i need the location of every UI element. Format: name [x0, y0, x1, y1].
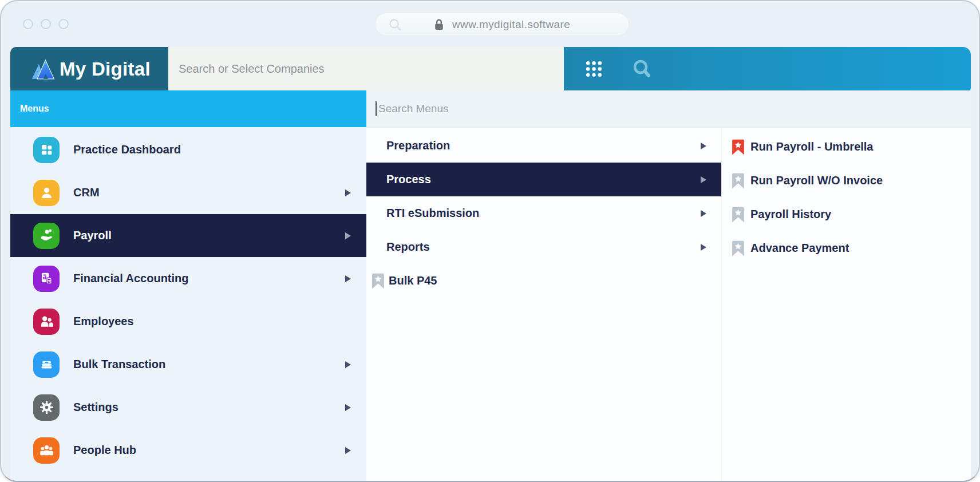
sidebar-item-label: Payroll [73, 229, 112, 242]
url-text: www.mydigital.software [452, 18, 570, 31]
dashboard-icon [33, 137, 60, 163]
chevron-right-icon [701, 176, 706, 183]
banknotes-stack-icon [33, 351, 60, 378]
submenu-item-label: Run Payroll - Umbrella [750, 140, 874, 153]
chevron-right-icon [345, 361, 351, 368]
menu-item-label: RTI eSubmission [386, 207, 479, 220]
menus-title: Menus [20, 104, 49, 114]
window-close-button[interactable] [23, 19, 33, 29]
sidebar-item-label: Employees [73, 315, 134, 328]
app-logo[interactable]: My Digital [10, 47, 168, 91]
gear-icon [33, 394, 60, 421]
search-icon [388, 18, 402, 31]
menu-item-preparation[interactable]: Preparation [366, 129, 721, 163]
menu-item-process[interactable]: Process [366, 163, 721, 196]
lock-icon [434, 18, 444, 31]
sidebar-item-crm[interactable]: CRM [10, 171, 366, 214]
submenu-item-payroll-history[interactable]: Payroll History [722, 197, 971, 231]
search-menus-placeholder: Search Menus [378, 102, 449, 115]
chevron-right-icon [345, 189, 351, 196]
bookmark-icon [732, 139, 744, 155]
menu-item-label: Process [386, 173, 431, 186]
submenu-item-run-payroll-umbrella[interactable]: Run Payroll - Umbrella [722, 130, 971, 164]
menu-item-bulk-p45[interactable]: Bulk P45 [366, 264, 721, 298]
submenu-item-label: Run Payroll W/O Invoice [750, 174, 883, 187]
chevron-right-icon [701, 244, 706, 251]
menu-item-label: Preparation [386, 139, 450, 152]
chevron-right-icon [345, 275, 351, 282]
chevron-right-icon [701, 143, 706, 149]
sidebar-item-settings[interactable]: Settings [10, 386, 366, 429]
submenu-item-advance-payment[interactable]: Advance Payment [722, 231, 971, 265]
sidebar-item-label: CRM [73, 186, 100, 199]
company-search-input[interactable]: Search or Select Companies [168, 47, 564, 91]
company-search-placeholder: Search or Select Companies [179, 62, 325, 76]
person-icon [33, 180, 60, 206]
sidebar-item-label: Settings [73, 401, 118, 414]
apps-grid-icon[interactable] [585, 60, 603, 78]
sidebar-item-people-hub[interactable]: People Hub [10, 429, 366, 472]
sidebar-item-label: People Hub [73, 444, 136, 457]
bookmark-icon [732, 207, 744, 222]
chevron-right-icon [345, 404, 351, 411]
header-actions-bar [564, 47, 971, 91]
search-menus-input[interactable]: Search Menus [366, 90, 971, 127]
payroll-submenu-list: PreparationProcessRTI eSubmissionReports… [366, 128, 721, 481]
menus-panel-header: Menus [10, 90, 366, 127]
employees-icon [33, 309, 60, 335]
chevron-right-icon [345, 447, 351, 454]
sidebar-item-employees[interactable]: Employees [10, 300, 366, 343]
bookmark-icon [732, 173, 744, 188]
chevron-right-icon [345, 232, 351, 239]
accounting-icon [33, 266, 60, 292]
sidebar-item-label: Practice Dashboard [73, 143, 181, 156]
people-group-icon [33, 437, 60, 464]
mountain-logo-icon [31, 58, 56, 80]
window-minimize-button[interactable] [41, 19, 51, 29]
menu-item-reports[interactable]: Reports [366, 230, 721, 264]
menu-item-label: Reports [386, 240, 430, 254]
sidebar-item-label: Bulk Transaction [73, 358, 165, 371]
brand-name: My Digital [60, 58, 151, 80]
process-submenu-list: Run Payroll - UmbrellaRun Payroll W/O In… [721, 128, 971, 481]
text-caret [376, 101, 377, 116]
browser-window: www.mydigital.software My Digital Search… [0, 0, 980, 482]
hand-coins-icon [33, 223, 60, 249]
sidebar-item-label: Financial Accounting [73, 272, 189, 285]
app-header: My Digital Search or Select Companies [10, 47, 971, 91]
submenu-item-label: Payroll History [750, 208, 831, 221]
bookmark-icon [732, 240, 744, 256]
bookmark-icon [372, 273, 384, 289]
sidebar-item-bulk-transaction[interactable]: Bulk Transaction [10, 343, 366, 386]
menu-item-label: Bulk P45 [389, 274, 437, 287]
window-zoom-button[interactable] [58, 19, 69, 29]
header-search-icon[interactable] [633, 59, 653, 80]
browser-address-bar[interactable]: www.mydigital.software [375, 13, 629, 36]
sidebar-item-payroll[interactable]: Payroll [10, 214, 366, 257]
sidebar-item-practice-dashboard[interactable]: Practice Dashboard [10, 128, 366, 171]
menu-item-rti-esubmission[interactable]: RTI eSubmission [366, 196, 721, 230]
window-controls [23, 19, 69, 29]
main-menu-list: Practice DashboardCRMPayrollFinancial Ac… [10, 127, 366, 481]
sidebar-item-financial-accounting[interactable]: Financial Accounting [10, 257, 366, 300]
submenu-item-run-payroll-w-o-invoice[interactable]: Run Payroll W/O Invoice [722, 164, 971, 197]
submenu-item-label: Advance Payment [750, 242, 849, 255]
chevron-right-icon [701, 210, 706, 217]
